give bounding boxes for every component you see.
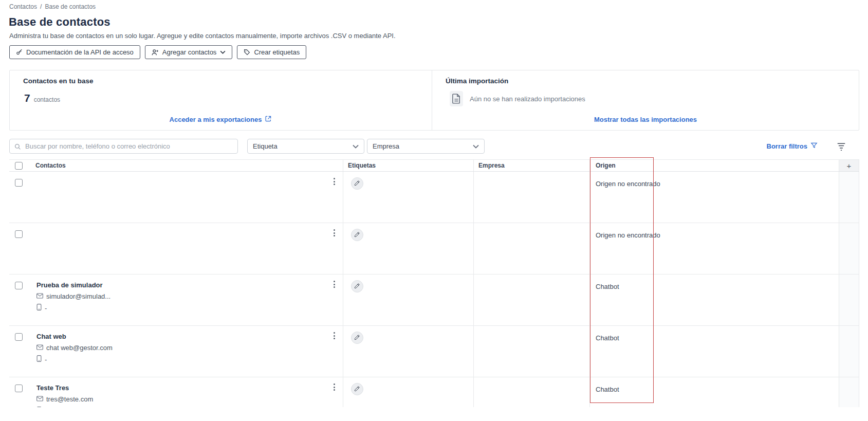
funnel-clear-icon (810, 142, 818, 151)
contacts-page: Contactos / Base de contactos Base de co… (0, 0, 868, 421)
email-icon (36, 292, 43, 300)
row-checkbox[interactable] (15, 179, 23, 187)
table-row: Origen no encontrado (9, 172, 859, 223)
add-contacts-label: Agregar contactos (162, 48, 217, 56)
chevron-down-icon (220, 50, 226, 54)
breadcrumb-contactos[interactable]: Contactos (9, 3, 37, 10)
contact-email: tres@teste.com (46, 395, 93, 403)
row-menu-kebab-icon[interactable] (329, 278, 339, 290)
column-company: Empresa (478, 162, 505, 169)
origin-value: Chatbot (596, 386, 619, 393)
breadcrumb-base-de-contactos[interactable]: Base de contactos (45, 3, 96, 10)
breadcrumb: Contactos / Base de contactos (9, 3, 96, 10)
edit-tags-button[interactable] (351, 177, 363, 190)
api-docs-button[interactable]: Documentación de la API de acceso (9, 45, 140, 59)
phone-icon (36, 304, 42, 312)
page-title: Base de contactos (9, 15, 110, 29)
import-empty-state: Aún no se han realizado importaciones (450, 91, 585, 106)
clear-filters-button[interactable]: Borrar filtros (767, 142, 818, 151)
contact-email: simulador@simulad... (46, 292, 110, 300)
tag-filter-label: Etiqueta (253, 142, 278, 150)
extra-column-cell (839, 172, 859, 223)
origin-value: Origen no encontrado (596, 180, 660, 188)
contacts-table: Contactos Etiquetas Empresa Origen + (9, 159, 859, 407)
contact-name[interactable]: Prueba de simulador (36, 281, 343, 289)
import-card-title: Última importación (446, 77, 508, 85)
tag-icon (244, 49, 250, 56)
search-input[interactable] (9, 139, 238, 154)
select-all-checkbox[interactable] (15, 162, 23, 170)
row-checkbox[interactable] (15, 230, 23, 238)
table-row: Prueba de simulador simulador@simulad...… (9, 274, 859, 326)
company-cell (474, 223, 590, 274)
email-icon (36, 395, 43, 403)
pencil-icon (354, 231, 360, 239)
import-empty-message: Aún no se han realizado importaciones (470, 95, 585, 103)
contact-email: chat web@gestor.com (46, 344, 113, 352)
import-summary-card: Última importación Aún no se han realiza… (432, 70, 859, 130)
table-row: Origen no encontrado (9, 223, 859, 274)
company-filter-select[interactable]: Empresa (367, 139, 485, 154)
edit-tags-button[interactable] (351, 280, 363, 292)
row-menu-kebab-icon[interactable] (329, 175, 339, 188)
create-tags-button[interactable]: Crear etiquetas (237, 45, 306, 59)
exports-link-label: Acceder a mis exportaciones (170, 116, 262, 123)
table-row: Chat web chat web@gestor.com - (9, 326, 859, 377)
row-menu-kebab-icon[interactable] (329, 330, 339, 342)
search-icon (14, 143, 21, 152)
phone-icon (36, 407, 42, 407)
document-icon (450, 91, 463, 106)
pencil-icon (354, 334, 360, 342)
person-plus-icon (152, 49, 159, 56)
pencil-icon (354, 180, 360, 188)
company-cell (474, 377, 590, 407)
column-tags: Etiquetas (348, 162, 376, 169)
edit-tags-button[interactable] (351, 383, 363, 395)
edit-tags-button[interactable] (351, 332, 363, 344)
contacts-count-number: 7 (24, 92, 30, 104)
api-docs-label: Documentación de la API de acceso (26, 48, 134, 56)
page-subtitle: Administra tu base de contactos en un so… (9, 32, 396, 40)
row-menu-kebab-icon[interactable] (329, 381, 339, 393)
column-contacts: Contactos (35, 162, 66, 169)
company-cell (474, 326, 590, 377)
company-cell (474, 274, 590, 325)
email-icon (36, 344, 43, 352)
show-all-imports-link[interactable]: Mostrar todas las importaciones (594, 116, 697, 123)
extra-column-cell (839, 274, 859, 325)
row-checkbox[interactable] (15, 385, 23, 392)
origin-value: Chatbot (596, 334, 619, 342)
api-key-icon (16, 49, 23, 56)
phone-icon (36, 355, 42, 363)
row-checkbox[interactable] (15, 282, 23, 289)
contact-name[interactable] (36, 230, 343, 237)
phone-line: - (36, 355, 343, 363)
company-filter-label: Empresa (373, 142, 399, 150)
add-column-label: + (847, 161, 852, 170)
clear-filters-label: Borrar filtros (767, 142, 807, 150)
contacts-summary-card: Contactos en tu base 7 contactos Acceder… (10, 70, 432, 130)
filter-columns-icon[interactable] (837, 142, 846, 151)
exports-link[interactable]: Acceder a mis exportaciones (170, 115, 272, 124)
origin-value: Chatbot (596, 283, 619, 290)
email-line: simulador@simulad... (36, 292, 343, 300)
contacts-count: 7 contactos (24, 92, 60, 104)
add-column-button[interactable]: + (839, 160, 859, 171)
origin-value: Origen no encontrado (596, 231, 660, 239)
breadcrumb-separator: / (40, 3, 42, 10)
extra-column-cell (839, 326, 859, 377)
tag-filter-select[interactable]: Etiqueta (247, 139, 364, 154)
add-contacts-button[interactable]: Agregar contactos (145, 45, 233, 59)
email-line: chat web@gestor.com (36, 344, 343, 352)
row-menu-kebab-icon[interactable] (329, 227, 339, 239)
edit-tags-button[interactable] (351, 229, 363, 241)
contacts-count-label: contactos (34, 96, 60, 103)
action-buttons: Documentación de la API de acceso Agrega… (9, 45, 306, 59)
table-row: Teste Tres tres@teste.com (9, 377, 859, 407)
create-tags-label: Crear etiquetas (254, 48, 300, 56)
contact-name[interactable]: Teste Tres (36, 384, 343, 392)
row-checkbox[interactable] (15, 333, 23, 341)
contact-name[interactable]: Chat web (36, 333, 343, 340)
extra-column-cell (839, 377, 859, 407)
contact-name[interactable] (36, 178, 343, 186)
